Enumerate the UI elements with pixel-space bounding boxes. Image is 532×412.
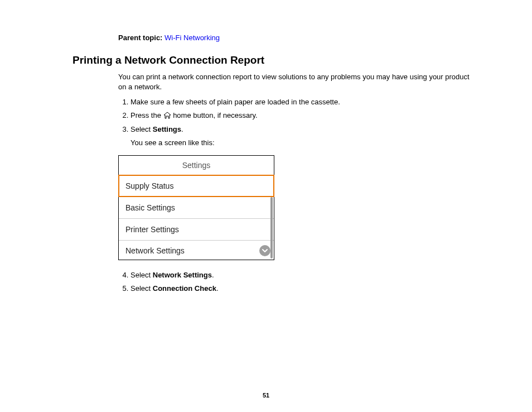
page-title: Printing a Network Connection Report xyxy=(72,54,476,66)
step-1: Make sure a few sheets of plain paper ar… xyxy=(130,97,476,107)
settings-screen-list: Supply Status Basic Settings Printer Set… xyxy=(119,175,274,260)
steps-list: Make sure a few sheets of plain paper ar… xyxy=(118,97,476,147)
step-3-text-c: . xyxy=(181,125,183,133)
settings-screen-header: Settings xyxy=(119,156,274,175)
settings-screen-figure: Settings Supply Status Basic Settings Pr… xyxy=(118,155,476,260)
settings-screen: Settings Supply Status Basic Settings Pr… xyxy=(118,155,274,260)
screen-item-network-settings[interactable]: Network Settings xyxy=(119,241,274,260)
screen-item-basic-settings[interactable]: Basic Settings xyxy=(119,197,274,219)
page-number: 51 xyxy=(0,392,532,399)
screen-item-printer-settings[interactable]: Printer Settings xyxy=(119,219,274,241)
step-3-bold: Settings xyxy=(153,125,181,133)
step-2-text-a: Press the xyxy=(130,111,163,119)
scrollbar[interactable] xyxy=(270,197,273,258)
parent-topic-link[interactable]: Wi-Fi Networking xyxy=(165,33,220,42)
parent-topic: Parent topic: Wi-Fi Networking xyxy=(118,33,476,42)
step-3-note: You see a screen like this: xyxy=(130,138,476,148)
step-5-bold: Connection Check xyxy=(153,284,216,293)
step-5-text-a: Select xyxy=(130,284,153,293)
step-3: Select Settings. You see a screen like t… xyxy=(130,124,476,147)
step-4-bold: Network Settings xyxy=(153,271,212,279)
step-4-text-a: Select xyxy=(130,271,153,279)
step-5-text-c: . xyxy=(216,284,219,293)
step-2: Press the home button, if necessary. xyxy=(130,111,476,122)
step-4-text-c: . xyxy=(212,271,214,279)
step-2-text-b: home button, if necessary. xyxy=(171,111,258,119)
step-5: Select Connection Check. xyxy=(130,284,476,294)
step-1-text: Make sure a few sheets of plain paper ar… xyxy=(130,98,340,106)
parent-topic-label: Parent topic: xyxy=(118,33,162,42)
step-3-text-a: Select xyxy=(130,125,153,133)
home-icon xyxy=(163,112,171,122)
step-4: Select Network Settings. xyxy=(130,270,476,280)
intro-paragraph: You can print a network connection repor… xyxy=(118,72,476,92)
screen-item-supply-status[interactable]: Supply Status xyxy=(118,175,274,197)
steps-list-cont: Select Network Settings. Select Connecti… xyxy=(118,270,476,293)
